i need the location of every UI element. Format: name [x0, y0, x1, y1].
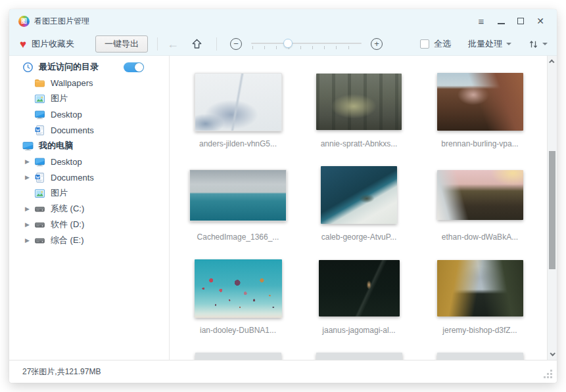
sidebar: 最近访问的目录 Wallpapers 图片 Desktop — [9, 56, 170, 360]
image-filename: jaanus-jagomagi-al... — [322, 326, 395, 335]
thumbnail[interactable] — [195, 73, 282, 131]
expand-arrow-icon[interactable]: ▶ — [25, 221, 33, 228]
grid-item[interactable]: caleb-george-AtvuP... — [298, 163, 419, 257]
grid-item[interactable]: CachedImage_1366_... — [177, 163, 298, 257]
batch-process-label: 批量处理 — [468, 38, 502, 50]
monitor-icon — [34, 156, 45, 167]
scrollbar-thumb[interactable] — [549, 151, 555, 269]
sidebar-item-documents[interactable]: Documents — [9, 122, 169, 138]
sidebar-item-wallpapers[interactable]: Wallpapers — [9, 75, 169, 91]
menu-button[interactable]: ≡ — [471, 12, 491, 30]
toolbar-divider — [157, 37, 158, 51]
sidebar-item-label: 综合 (E:) — [51, 234, 84, 246]
thumbnail[interactable] — [195, 353, 281, 360]
sidebar-item-drive-c[interactable]: ▶ 系统 (C:) — [9, 201, 169, 217]
sidebar-recent-section[interactable]: 最近访问的目录 — [9, 59, 169, 75]
thumbnail[interactable] — [316, 353, 402, 360]
document-icon — [34, 125, 45, 136]
grid-item[interactable]: ian-dooley-DuBNA1... — [177, 257, 298, 350]
folder-icon — [34, 77, 45, 89]
sidebar-item-pictures[interactable]: 图片 — [9, 91, 169, 106]
sidebar-item-documents-tree[interactable]: ▶ Documents — [9, 169, 169, 185]
maximize-button[interactable] — [511, 12, 531, 30]
minimize-button[interactable] — [491, 12, 511, 30]
slider-track[interactable] — [251, 43, 362, 44]
thumbnail[interactable] — [321, 166, 397, 224]
sidebar-section-label: 我的电脑 — [39, 140, 73, 152]
thumbnail[interactable] — [189, 169, 287, 221]
grid-item[interactable]: annie-spratt-Abnkxs... — [298, 70, 419, 163]
thumbnail[interactable] — [437, 73, 523, 131]
close-button[interactable]: ✕ — [531, 12, 550, 30]
expand-arrow-icon[interactable]: ▶ — [25, 158, 33, 165]
toolbar-divider — [216, 37, 217, 51]
thumbnail[interactable] — [437, 170, 523, 220]
expand-arrow-icon[interactable]: ▶ — [25, 237, 33, 244]
sidebar-item-desktop-tree[interactable]: ▶ Desktop — [9, 154, 169, 169]
sidebar-item-label: 系统 (C:) — [51, 203, 84, 215]
scroll-up-button[interactable] — [548, 56, 557, 67]
recent-toggle[interactable] — [124, 62, 144, 72]
clock-icon — [22, 62, 34, 73]
drive-icon — [34, 204, 45, 215]
minimize-icon — [498, 23, 505, 24]
select-all-label[interactable]: 全选 — [434, 38, 451, 50]
sort-icon — [529, 39, 538, 49]
zoom-slider[interactable] — [251, 37, 362, 51]
image-filename: brennan-burling-vpa... — [441, 139, 518, 148]
select-all-checkbox[interactable] — [420, 39, 429, 49]
thumbnail[interactable] — [437, 353, 523, 360]
picture-icon — [34, 188, 45, 199]
vertical-scrollbar[interactable] — [547, 56, 557, 360]
export-button[interactable]: 一键导出 — [95, 35, 148, 53]
drive-icon — [34, 219, 45, 230]
image-filename: CachedImage_1366_... — [197, 232, 279, 242]
grid-item[interactable]: brennan-burling-vpa... — [419, 70, 540, 163]
batch-process-menu[interactable]: 批量处理 — [468, 38, 511, 50]
sidebar-item-pictures-tree[interactable]: 图片 — [9, 185, 169, 201]
sidebar-computer-section[interactable]: 我的电脑 — [9, 138, 169, 154]
thumbnail[interactable] — [195, 259, 282, 318]
home-icon[interactable] — [191, 38, 203, 50]
sidebar-item-drive-d[interactable]: ▶ 软件 (D:) — [9, 217, 169, 232]
chevron-down-icon — [506, 43, 511, 48]
maximize-icon — [517, 18, 524, 24]
back-arrow-icon[interactable]: ← — [167, 37, 179, 51]
favorites-label[interactable]: 图片收藏夹 — [32, 38, 74, 50]
drive-icon — [34, 235, 45, 246]
slider-thumb[interactable] — [283, 39, 293, 48]
app-window: 图 看图王图片管理 ≡ ✕ ♥ 图片收藏夹 一键导出 ← − + 全选 — [9, 9, 557, 383]
sidebar-item-label: Desktop — [51, 110, 82, 120]
scroll-down-button[interactable] — [548, 349, 557, 359]
heart-icon: ♥ — [20, 39, 26, 50]
sidebar-item-label: Documents — [51, 125, 94, 135]
resize-grip-icon[interactable] — [550, 376, 552, 378]
zoom-in-button[interactable]: + — [371, 38, 383, 50]
grid-item-partial[interactable] — [298, 350, 419, 360]
sidebar-item-label: 图片 — [51, 93, 68, 104]
sort-menu[interactable] — [529, 39, 548, 49]
thumbnail[interactable] — [319, 260, 400, 316]
grid-item[interactable]: anders-jilden-vhnG5... — [177, 70, 298, 163]
grid-item-partial[interactable] — [419, 350, 540, 360]
grid-item[interactable]: ethan-dow-dWaBkA... — [419, 163, 540, 257]
image-filename: anders-jilden-vhnG5... — [199, 139, 277, 148]
thumbnail[interactable] — [316, 74, 402, 130]
grid-item[interactable]: jeremy-bishop-d3fZ... — [419, 257, 540, 350]
sidebar-section-label: 最近访问的目录 — [39, 61, 99, 73]
thumbnail[interactable] — [437, 260, 523, 316]
app-logo-icon: 图 — [18, 16, 30, 27]
zoom-out-button[interactable]: − — [230, 38, 242, 50]
image-grid-panel: anders-jilden-vhnG5... annie-spratt-Abnk… — [170, 56, 557, 360]
chevron-up-icon — [549, 59, 554, 64]
grid-item[interactable]: jaanus-jagomagi-al... — [298, 257, 419, 350]
sidebar-item-desktop[interactable]: Desktop — [9, 106, 169, 122]
computer-icon — [22, 141, 34, 152]
picture-icon — [34, 93, 45, 104]
title-bar: 图 看图王图片管理 ≡ ✕ — [9, 9, 557, 33]
document-icon — [34, 172, 45, 183]
expand-arrow-icon[interactable]: ▶ — [25, 206, 33, 212]
grid-item-partial[interactable] — [177, 350, 298, 360]
expand-arrow-icon[interactable]: ▶ — [25, 174, 33, 181]
sidebar-item-drive-e[interactable]: ▶ 综合 (E:) — [9, 232, 169, 248]
